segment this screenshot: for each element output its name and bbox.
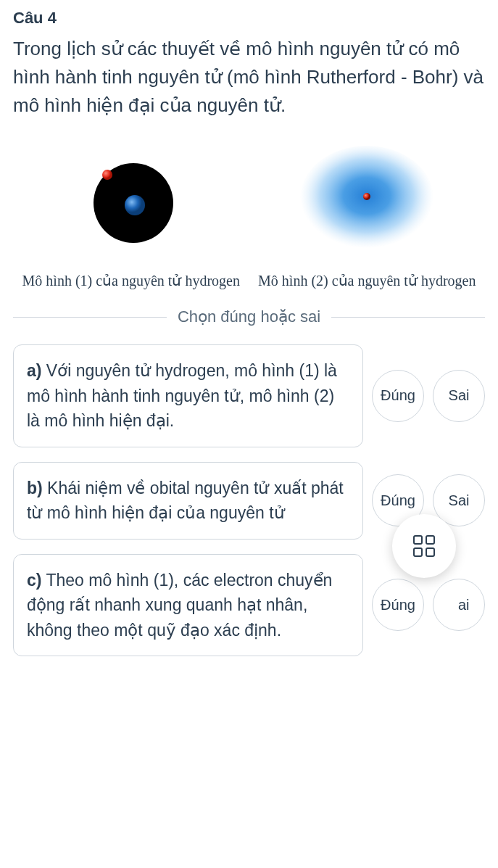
option-c-false-button[interactable]: Sai <box>433 579 485 631</box>
option-a-true-button[interactable]: Đúng <box>372 370 424 422</box>
svg-point-1 <box>125 195 145 215</box>
option-c-true-button[interactable]: Đúng <box>372 579 424 631</box>
model-1 <box>13 149 249 250</box>
option-a-label: a) <box>27 361 41 380</box>
modern-model-icon <box>294 141 439 257</box>
option-b-box: b) Khái niệm về obital nguyên tử xuất ph… <box>13 462 363 540</box>
option-b-text: Khái niệm về obital nguyên tử xuất phát … <box>27 479 344 523</box>
option-c-label: c) <box>27 571 41 590</box>
option-a-box: a) Với nguyên tử hydrogen, mô hình (1) l… <box>13 344 363 447</box>
model-2 <box>249 141 486 257</box>
grid-menu-button[interactable] <box>392 514 456 578</box>
divider-line-left <box>13 317 167 318</box>
instruction-text: Chọn đúng hoặc sai <box>167 307 331 326</box>
divider-line-right <box>331 317 485 318</box>
model-1-caption: Mô hình (1) của nguyên tử hydrogen <box>13 272 249 289</box>
option-c-box: c) Theo mô hình (1), các electron chuyển… <box>13 554 363 657</box>
option-c-text: Theo mô hình (1), các electron chuyển độ… <box>27 571 332 640</box>
option-a-text: Với nguyên tử hydrogen, mô hình (1) là m… <box>27 361 337 430</box>
models-row <box>13 134 485 265</box>
question-title: Câu 4 <box>13 9 485 28</box>
instruction-divider: Chọn đúng hoặc sai <box>13 307 485 326</box>
svg-point-2 <box>102 170 112 180</box>
planetary-model-icon <box>77 149 186 250</box>
svg-point-4 <box>363 193 370 200</box>
option-a-false-button[interactable]: Sai <box>433 370 485 422</box>
question-text: Trong lịch sử các thuyết về mô hình nguy… <box>13 35 485 120</box>
option-c-false-partial: ai <box>458 597 470 613</box>
grid-icon <box>413 535 435 557</box>
model-2-caption: Mô hình (2) của nguyên tử hydrogen <box>249 272 486 289</box>
option-a-row: a) Với nguyên tử hydrogen, mô hình (1) l… <box>13 344 485 447</box>
option-b-label: b) <box>27 479 43 497</box>
model-captions: Mô hình (1) của nguyên tử hydrogen Mô hì… <box>13 272 485 289</box>
